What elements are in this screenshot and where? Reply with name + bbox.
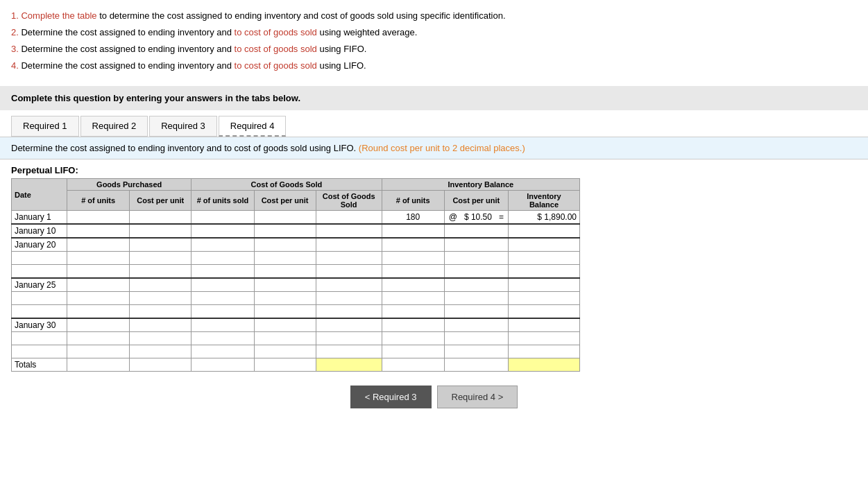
inv-cost-cell[interactable] bbox=[444, 345, 508, 358]
inv-cost-input[interactable] bbox=[445, 305, 508, 318]
cogs-total-cell[interactable] bbox=[316, 211, 382, 225]
cogs-cost-cell[interactable] bbox=[254, 211, 316, 225]
cogs-units-cell[interactable] bbox=[192, 252, 254, 265]
inv-cost-cell[interactable] bbox=[444, 252, 508, 265]
inv-balance-input[interactable] bbox=[509, 239, 579, 251]
gp-cost-cell[interactable] bbox=[130, 318, 192, 332]
inv-balance-input[interactable] bbox=[509, 319, 579, 331]
inv-balance-cell[interactable] bbox=[508, 252, 579, 265]
gp-units-cell[interactable] bbox=[67, 265, 130, 279]
inv-balance-input-yellow[interactable] bbox=[509, 358, 579, 371]
inv-balance-cell[interactable] bbox=[508, 305, 579, 319]
inv-units-cell[interactable] bbox=[382, 305, 444, 319]
cogs-cost-cell[interactable] bbox=[254, 265, 316, 279]
cogs-total-input[interactable] bbox=[316, 225, 382, 237]
inv-cost-cell[interactable] bbox=[444, 224, 508, 238]
cogs-units-cell[interactable] bbox=[192, 345, 254, 358]
cogs-units-input[interactable] bbox=[192, 345, 253, 358]
cogs-cost-input[interactable] bbox=[255, 252, 316, 264]
cogs-cost-cell[interactable] bbox=[254, 332, 316, 345]
cogs-total-input[interactable] bbox=[316, 319, 382, 331]
inv-cost-cell[interactable] bbox=[444, 318, 508, 332]
inv-cost-cell[interactable] bbox=[444, 358, 508, 372]
inv-units-input[interactable] bbox=[382, 225, 444, 237]
inv-balance-input[interactable] bbox=[509, 345, 579, 358]
inv-balance-input[interactable] bbox=[509, 292, 579, 304]
cogs-cost-input[interactable] bbox=[255, 225, 316, 237]
cogs-units-input[interactable] bbox=[192, 265, 253, 277]
inv-units-cell[interactable] bbox=[382, 292, 444, 305]
inv-cost-input[interactable] bbox=[445, 358, 508, 371]
inv-units-input[interactable] bbox=[382, 265, 444, 277]
cogs-total-input[interactable] bbox=[316, 265, 382, 277]
cogs-cost-input[interactable] bbox=[255, 239, 316, 251]
cogs-units-input[interactable] bbox=[192, 305, 253, 318]
cogs-units-input[interactable] bbox=[192, 225, 253, 237]
gp-units-input[interactable] bbox=[67, 358, 129, 371]
cogs-units-cell[interactable] bbox=[192, 265, 254, 279]
gp-units-input[interactable] bbox=[67, 332, 129, 345]
cogs-total-input[interactable] bbox=[316, 345, 382, 358]
inv-cost-input[interactable] bbox=[445, 279, 508, 291]
cogs-total-cell[interactable] bbox=[316, 305, 382, 319]
inv-cost-input[interactable] bbox=[445, 319, 508, 331]
inv-cost-input[interactable] bbox=[445, 239, 508, 251]
gp-units-cell[interactable] bbox=[67, 278, 130, 292]
inv-balance-cell[interactable] bbox=[508, 224, 579, 238]
gp-cost-input[interactable] bbox=[130, 305, 191, 318]
cogs-total-cell[interactable] bbox=[316, 278, 382, 292]
gp-units-input[interactable] bbox=[67, 239, 129, 251]
cogs-total-input-yellow[interactable] bbox=[316, 358, 382, 371]
cogs-total-cell[interactable] bbox=[316, 265, 382, 279]
gp-cost-input[interactable] bbox=[130, 252, 191, 264]
inv-cost-input[interactable] bbox=[445, 265, 508, 277]
cogs-cost-cell[interactable] bbox=[254, 238, 316, 252]
cogs-units-input[interactable] bbox=[192, 292, 253, 304]
gp-units-input[interactable] bbox=[67, 305, 129, 318]
gp-units-cell[interactable] bbox=[67, 292, 130, 305]
gp-cost-input[interactable] bbox=[130, 292, 191, 304]
gp-units-cell[interactable] bbox=[67, 305, 130, 319]
cogs-total-cell[interactable] bbox=[316, 332, 382, 345]
cogs-cost-cell[interactable] bbox=[254, 358, 316, 372]
gp-units-cell[interactable] bbox=[67, 318, 130, 332]
cogs-cost-input[interactable] bbox=[255, 345, 316, 358]
inv-units-input[interactable] bbox=[382, 292, 444, 304]
cogs-cost-cell[interactable] bbox=[254, 305, 316, 319]
cogs-units-input[interactable] bbox=[192, 211, 253, 223]
cogs-total-cell[interactable] bbox=[316, 345, 382, 358]
inv-cost-cell[interactable] bbox=[444, 332, 508, 345]
inv-balance-cell[interactable] bbox=[508, 332, 579, 345]
gp-units-cell[interactable] bbox=[67, 238, 130, 252]
inv-balance-input[interactable] bbox=[509, 279, 579, 291]
gp-units-input[interactable] bbox=[67, 345, 129, 358]
cogs-total-cell[interactable] bbox=[316, 252, 382, 265]
inv-balance-cell[interactable] bbox=[508, 265, 579, 279]
cogs-units-input[interactable] bbox=[192, 358, 253, 371]
tab-required-4[interactable]: Required 4 bbox=[219, 116, 287, 137]
inv-cost-input[interactable] bbox=[445, 332, 508, 345]
inv-units-input[interactable] bbox=[382, 252, 444, 264]
inv-units-cell[interactable] bbox=[382, 238, 444, 252]
inv-units-cell[interactable] bbox=[382, 345, 444, 358]
gp-units-input[interactable] bbox=[67, 265, 129, 277]
gp-cost-cell[interactable] bbox=[130, 238, 192, 252]
cogs-cost-input[interactable] bbox=[255, 292, 316, 304]
cogs-total-input[interactable] bbox=[316, 252, 382, 264]
inv-balance-cell[interactable] bbox=[508, 345, 579, 358]
inv-balance-cell-yellow[interactable] bbox=[508, 358, 579, 372]
inv-units-input[interactable] bbox=[382, 319, 444, 331]
gp-cost-input[interactable] bbox=[130, 211, 191, 223]
gp-units-input[interactable] bbox=[67, 292, 129, 304]
cogs-cost-input[interactable] bbox=[255, 358, 316, 371]
gp-units-input[interactable] bbox=[67, 225, 129, 237]
cogs-total-cell[interactable] bbox=[316, 224, 382, 238]
inv-units-input[interactable] bbox=[382, 239, 444, 251]
gp-cost-cell[interactable] bbox=[130, 332, 192, 345]
cogs-cost-input[interactable] bbox=[255, 265, 316, 277]
gp-cost-cell[interactable] bbox=[130, 211, 192, 225]
inv-units-input[interactable] bbox=[382, 279, 444, 291]
inv-balance-cell[interactable] bbox=[508, 278, 579, 292]
inv-cost-cell[interactable] bbox=[444, 238, 508, 252]
cogs-units-cell[interactable] bbox=[192, 358, 254, 372]
